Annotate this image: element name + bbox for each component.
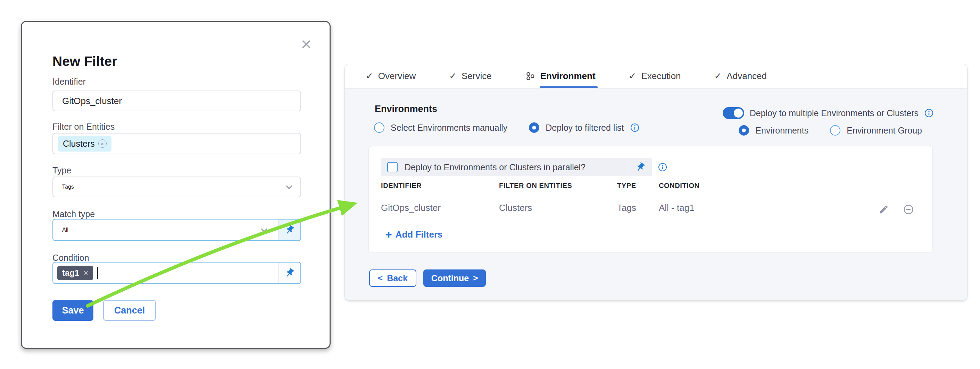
target-kind-radios: Environments Environment Group	[739, 125, 922, 136]
info-icon[interactable]	[658, 162, 667, 172]
cell-type: Tags	[617, 203, 659, 213]
entities-chip-label: Clusters	[63, 139, 95, 149]
match-type-label: Match type	[52, 209, 95, 219]
modal-title: New Filter	[52, 54, 117, 69]
add-filters-link[interactable]: + Add Filters	[385, 229, 442, 240]
parallel-checkbox-label: Deploy to Environments or Clusters in pa…	[404, 162, 585, 173]
divider	[628, 161, 628, 173]
radio-label: Environments	[755, 125, 808, 136]
radio-environments[interactable]	[739, 125, 749, 136]
identifier-input[interactable]	[62, 96, 291, 106]
deploy-mode-radios: Select Environments manually Deploy to f…	[374, 122, 640, 133]
cell-identifier: GitOps_cluster	[381, 203, 499, 213]
tab-overview[interactable]: ✓ Overview	[366, 64, 416, 88]
check-icon: ✓	[629, 71, 636, 81]
radio-label: Environment Group	[846, 125, 922, 136]
tab-execution[interactable]: ✓ Execution	[629, 64, 681, 88]
continue-label: Continue	[431, 273, 469, 283]
parallel-checkbox[interactable]	[387, 162, 398, 173]
deploy-multiple-toggle[interactable]	[723, 107, 744, 119]
chevron-down-icon[interactable]	[286, 183, 292, 189]
column-identifier: IDENTIFIER	[381, 182, 499, 190]
radio-select-manually[interactable]	[374, 122, 385, 133]
condition-field[interactable]: tag1 ×	[52, 262, 301, 284]
chevron-down-icon[interactable]	[261, 226, 267, 232]
chevron-right-icon: >	[473, 273, 478, 283]
remove-chip-icon[interactable]: ×	[98, 139, 107, 148]
check-icon: ✓	[449, 71, 457, 81]
back-button[interactable]: < Back	[369, 269, 416, 287]
tab-environment[interactable]: Environment	[525, 64, 595, 88]
tab-label: Environment	[540, 71, 595, 81]
type-value: Tags	[62, 184, 74, 190]
chevron-left-icon: <	[378, 273, 383, 283]
tab-label: Execution	[641, 71, 681, 81]
continue-button[interactable]: Continue >	[423, 269, 486, 287]
environment-panel: ✓ Overview ✓ Service Environment ✓ Execu…	[345, 64, 967, 300]
condition-chip-label: tag1	[62, 268, 79, 278]
edit-pencil-icon[interactable]	[878, 204, 889, 215]
toggle-label: Deploy to multiple Environments or Clust…	[750, 108, 918, 118]
type-label: Type	[52, 165, 71, 176]
plus-icon: +	[385, 229, 392, 240]
condition-chip: tag1 ×	[57, 266, 93, 280]
close-icon[interactable]: ×	[301, 35, 312, 53]
filters-table-header: IDENTIFIER FILTER ON ENTITIES TYPE CONDI…	[381, 182, 798, 190]
tab-service[interactable]: ✓ Service	[449, 64, 492, 88]
radio-environment-group[interactable]	[830, 125, 840, 136]
remove-row-minus-icon[interactable]	[903, 204, 914, 215]
back-label: Back	[387, 273, 408, 283]
pin-icon[interactable]	[633, 160, 648, 174]
identifier-field[interactable]	[52, 90, 301, 111]
check-icon: ✓	[366, 71, 373, 81]
condition-label: Condition	[52, 253, 89, 263]
tab-label: Service	[461, 71, 492, 81]
column-condition: CONDITION	[659, 182, 798, 190]
info-icon[interactable]	[924, 108, 934, 118]
parallel-checkbox-bar: Deploy to Environments or Clusters in pa…	[381, 158, 652, 176]
pin-icon[interactable]	[278, 220, 301, 240]
new-filter-modal: × New Filter Identifier Filter on Entiti…	[21, 21, 331, 349]
add-filters-label: Add Filters	[396, 229, 443, 240]
info-icon[interactable]	[630, 123, 640, 133]
multi-env-toggle-row: Deploy to multiple Environments or Clust…	[723, 107, 934, 119]
entities-field[interactable]: Clusters ×	[52, 133, 301, 154]
identifier-label: Identifier	[52, 77, 86, 87]
table-row: GitOps_cluster Clusters Tags All - tag1	[381, 203, 798, 213]
cell-entities: Clusters	[499, 203, 617, 213]
filters-card: Deploy to Environments or Clusters in pa…	[369, 146, 933, 253]
type-select[interactable]: Tags	[52, 177, 301, 197]
tab-label: Overview	[378, 71, 416, 81]
remove-chip-icon[interactable]: ×	[83, 268, 88, 278]
pin-icon[interactable]	[278, 263, 301, 283]
radio-deploy-filtered[interactable]	[529, 122, 539, 133]
check-icon: ✓	[714, 71, 722, 81]
save-button[interactable]: Save	[52, 300, 94, 321]
column-type: TYPE	[617, 182, 659, 190]
match-type-value: All	[62, 227, 68, 233]
entities-label: Filter on Entities	[52, 122, 115, 132]
tab-label: Advanced	[727, 71, 767, 81]
radio-label: Select Environments manually	[391, 123, 508, 133]
row-actions	[878, 204, 914, 215]
entities-chip: Clusters ×	[58, 136, 111, 152]
environments-heading: Environments	[375, 104, 437, 114]
radio-label: Deploy to filtered list	[546, 123, 624, 133]
text-cursor	[97, 267, 98, 279]
cancel-button[interactable]: Cancel	[103, 300, 156, 321]
match-type-select[interactable]: All	[52, 219, 301, 241]
cell-condition: All - tag1	[659, 203, 798, 213]
environment-nodes-icon	[525, 71, 536, 81]
column-entities: FILTER ON ENTITIES	[499, 182, 617, 190]
pipeline-tabbar: ✓ Overview ✓ Service Environment ✓ Execu…	[345, 64, 967, 89]
tab-advanced[interactable]: ✓ Advanced	[714, 64, 767, 88]
